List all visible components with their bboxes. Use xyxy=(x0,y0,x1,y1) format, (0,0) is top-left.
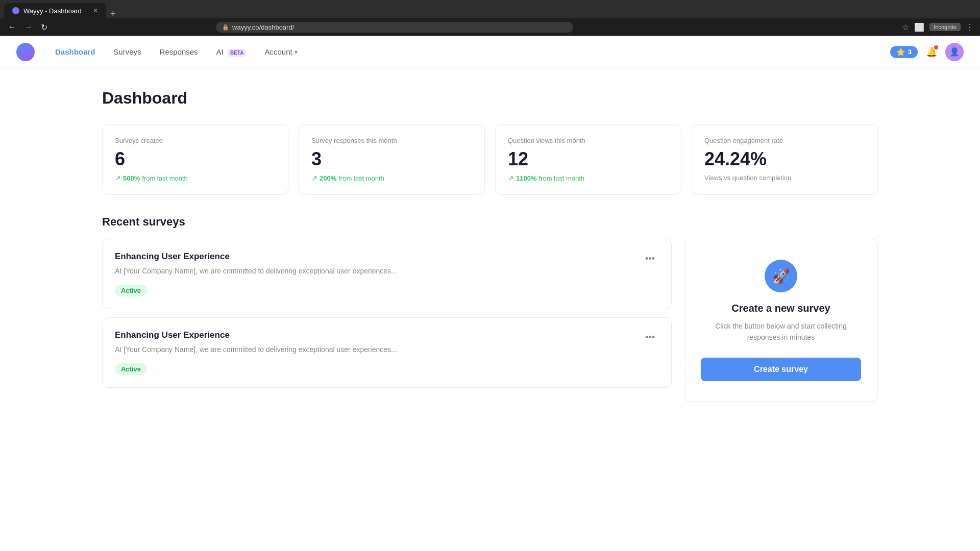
stat-card-surveys-created: Surveys created 6 ↗ 500% from last month xyxy=(102,124,288,195)
survey-card-0: Enhancing User Experience At [Your Compa… xyxy=(102,239,672,309)
nav-right: ⭐ 3 🔔 👤 xyxy=(890,43,964,61)
top-nav: Dashboard Surveys Responses AI BETA Acco… xyxy=(0,36,980,68)
browser-chrome: Wayyy - Dashboard ✕ + ← → ↻ 🔒 wayyy.co/d… xyxy=(0,0,980,36)
new-tab-button[interactable]: + xyxy=(110,9,116,18)
back-button[interactable]: ← xyxy=(6,21,18,33)
survey-more-button-1[interactable]: ••• xyxy=(641,330,659,345)
main-content: Dashboard Surveys created 6 ↗ 500% from … xyxy=(0,68,980,551)
logo[interactable] xyxy=(16,43,35,61)
tab-favicon xyxy=(12,7,19,14)
avatar[interactable]: 👤 xyxy=(945,43,964,61)
tab-close-button[interactable]: ✕ xyxy=(93,7,98,14)
stat-change-views: ↗ 1100% from last month xyxy=(508,174,669,182)
account-label: Account xyxy=(264,47,292,56)
app-container: Dashboard Surveys Responses AI BETA Acco… xyxy=(0,36,980,551)
survey-desc-0: At [Your Company Name], we are committed… xyxy=(115,266,397,277)
survey-info-0: Enhancing User Experience At [Your Compa… xyxy=(115,252,397,296)
browser-toolbar: ← → ↻ 🔒 wayyy.co/dashboard/ ☆ ⬜ Incognit… xyxy=(0,18,980,36)
arrow-icon-2: ↗ xyxy=(508,174,514,182)
refresh-button[interactable]: ↻ xyxy=(39,21,50,33)
stat-value-engagement: 24.24% xyxy=(704,148,865,170)
points-icon: ⭐ xyxy=(896,48,905,56)
nav-account[interactable]: Account ▾ xyxy=(256,43,305,60)
more-icon[interactable]: ⋮ xyxy=(966,22,974,32)
incognito-badge: Incognito xyxy=(929,23,961,31)
nav-links: Dashboard Surveys Responses AI BETA Acco… xyxy=(47,43,890,60)
survey-more-button-0[interactable]: ••• xyxy=(641,252,659,266)
forward-button[interactable]: → xyxy=(22,21,35,33)
chevron-down-icon: ▾ xyxy=(295,48,298,56)
create-survey-icon: 🚀 xyxy=(765,260,797,292)
survey-card-header-1: Enhancing User Experience At [Your Compa… xyxy=(115,330,659,375)
status-badge-1: Active xyxy=(115,363,147,375)
stat-suffix-0: from last month xyxy=(142,174,188,182)
survey-title-1: Enhancing User Experience xyxy=(115,330,397,340)
notifications-button[interactable]: 🔔 xyxy=(926,46,937,58)
star-icon[interactable]: ☆ xyxy=(902,22,909,32)
section-title-recent: Recent surveys xyxy=(102,215,878,229)
browser-tabs: Wayyy - Dashboard ✕ + xyxy=(0,0,980,18)
stat-card-views: Question views this month 12 ↗ 1100% fro… xyxy=(495,124,681,195)
lock-icon: 🔒 xyxy=(222,24,229,31)
create-survey-button[interactable]: Create survey xyxy=(701,358,861,381)
survey-title-0: Enhancing User Experience xyxy=(115,252,397,262)
beta-badge: BETA xyxy=(228,49,246,57)
create-survey-title: Create a new survey xyxy=(731,303,830,314)
stat-value-responses: 3 xyxy=(311,148,472,170)
stat-label-responses: Survey responses this month xyxy=(311,137,472,144)
stat-value-surveys-created: 6 xyxy=(115,148,276,170)
stat-pct-1: 200% xyxy=(320,174,336,182)
stat-label-views: Question views this month xyxy=(508,137,669,144)
survey-card-header-0: Enhancing User Experience At [Your Compa… xyxy=(115,252,659,296)
tab-title: Wayyy - Dashboard xyxy=(23,7,82,15)
stat-pct-2: 1100% xyxy=(516,174,536,182)
notification-dot xyxy=(934,45,938,49)
stat-change-responses: ↗ 200% from last month xyxy=(311,174,472,182)
url-text: wayyy.co/dashboard/ xyxy=(232,23,294,31)
arrow-icon-0: ↗ xyxy=(115,174,121,182)
nav-link-ai[interactable]: AI BETA xyxy=(208,43,255,60)
points-badge[interactable]: ⭐ 3 xyxy=(890,46,918,58)
stat-change-surveys-created: ↗ 500% from last month xyxy=(115,174,276,182)
survey-desc-1: At [Your Company Name], we are committed… xyxy=(115,344,397,355)
survey-card-1: Enhancing User Experience At [Your Compa… xyxy=(102,317,672,388)
stat-value-views: 12 xyxy=(508,148,669,170)
status-badge-0: Active xyxy=(115,285,147,296)
nav-ai-label: AI xyxy=(216,47,224,56)
arrow-icon-1: ↗ xyxy=(311,174,317,182)
create-survey-card: 🚀 Create a new survey Click the button b… xyxy=(684,239,878,402)
points-count: 3 xyxy=(908,48,912,56)
stat-suffix-1: from last month xyxy=(338,174,384,182)
survey-info-1: Enhancing User Experience At [Your Compa… xyxy=(115,330,397,375)
stat-card-engagement: Question engagement rate 24.24% Views vs… xyxy=(692,124,878,195)
stat-label-surveys-created: Surveys created xyxy=(115,137,276,144)
surveys-layout: Enhancing User Experience At [Your Compa… xyxy=(102,239,878,402)
address-bar[interactable]: 🔒 wayyy.co/dashboard/ xyxy=(216,22,573,33)
nav-link-responses[interactable]: Responses xyxy=(152,43,206,60)
create-survey-desc: Click the button below and start collect… xyxy=(701,320,861,343)
rocket-icon: 🚀 xyxy=(772,268,790,285)
stat-note-engagement: Views vs question completion xyxy=(704,174,865,182)
stat-card-responses: Survey responses this month 3 ↗ 200% fro… xyxy=(299,124,485,195)
toolbar-right: ☆ ⬜ Incognito ⋮ xyxy=(902,22,974,32)
nav-link-surveys[interactable]: Surveys xyxy=(105,43,149,60)
surveys-list: Enhancing User Experience At [Your Compa… xyxy=(102,239,672,402)
active-tab[interactable]: Wayyy - Dashboard ✕ xyxy=(4,3,106,18)
stats-grid: Surveys created 6 ↗ 500% from last month… xyxy=(102,124,878,195)
nav-link-dashboard[interactable]: Dashboard xyxy=(47,43,103,60)
page-title: Dashboard xyxy=(102,89,878,108)
stat-label-engagement: Question engagement rate xyxy=(704,137,865,144)
extensions-icon[interactable]: ⬜ xyxy=(914,22,924,32)
stat-suffix-2: from last month xyxy=(538,174,584,182)
stat-pct-0: 500% xyxy=(123,174,140,182)
